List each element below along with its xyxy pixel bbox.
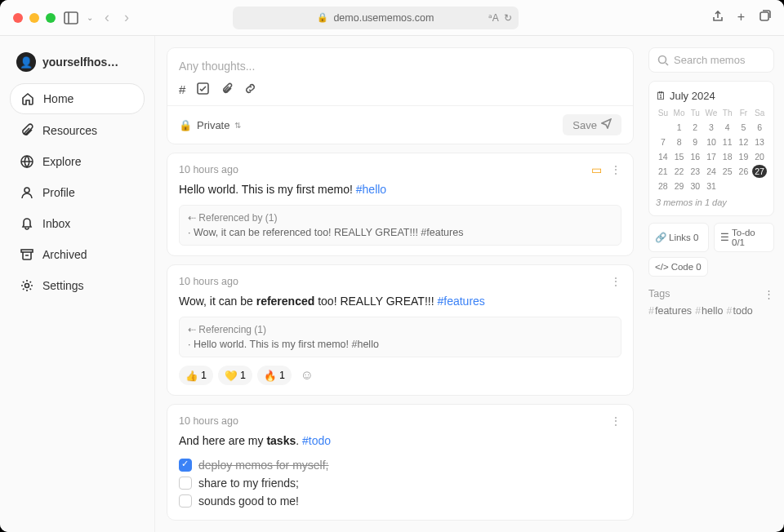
- calendar-day[interactable]: 12: [737, 135, 751, 149]
- task-item[interactable]: sounds good to me!: [179, 492, 621, 510]
- search-input[interactable]: Search memos: [648, 47, 774, 73]
- calendar-day[interactable]: 18: [720, 150, 735, 163]
- calendar-day[interactable]: 19: [737, 150, 751, 163]
- calendar-day[interactable]: 9: [688, 135, 702, 149]
- privacy-selector[interactable]: 🔒 Private ⇅: [179, 119, 241, 131]
- svg-rect-2: [760, 12, 768, 20]
- code-stat[interactable]: </> Code 0: [648, 257, 708, 277]
- nav-item-inbox[interactable]: Inbox: [10, 209, 145, 238]
- tabs-icon[interactable]: [758, 10, 771, 26]
- sidebar-toggle-icon[interactable]: [64, 11, 78, 24]
- memo-card: 10 hours ago⋮Wow, it can be referenced t…: [167, 264, 634, 396]
- add-reaction-button[interactable]: ☺: [296, 366, 318, 385]
- calendar-day[interactable]: 8: [672, 135, 687, 149]
- nav-label: Settings: [42, 279, 84, 292]
- maximize-window-button[interactable]: [46, 13, 56, 23]
- memo-timestamp: 10 hours ago: [179, 276, 238, 287]
- hashtag-icon[interactable]: #: [179, 82, 185, 97]
- memo-body: And here are my tasks. #todo: [179, 432, 621, 450]
- tag-chip[interactable]: # todo: [727, 305, 753, 317]
- todo-stat[interactable]: ☰ To-do 0/1: [714, 223, 774, 252]
- translate-icon[interactable]: ᵃA: [488, 12, 499, 24]
- calendar-day[interactable]: 3: [704, 121, 719, 134]
- tag-chip[interactable]: # hello: [695, 305, 723, 317]
- more-menu-icon[interactable]: ⋮: [610, 275, 621, 288]
- calendar-day: [737, 180, 751, 193]
- calendar-day[interactable]: 21: [656, 165, 670, 178]
- user-profile-link[interactable]: 👤 yourselfhos…: [10, 49, 145, 83]
- calendar-day[interactable]: 31: [704, 180, 719, 193]
- tags-menu-icon[interactable]: ⋮: [764, 288, 774, 300]
- nav-item-archived[interactable]: Archived: [10, 240, 145, 269]
- chevron-down-icon[interactable]: ⌄: [87, 13, 93, 22]
- reaction-chip[interactable]: 👍1: [179, 366, 213, 385]
- calendar-day[interactable]: 11: [720, 135, 735, 149]
- calendar-day[interactable]: 6: [752, 121, 767, 134]
- reference-line[interactable]: · Hello world. This is my first memo! #h…: [188, 339, 612, 350]
- task-item[interactable]: share to my friends;: [179, 474, 621, 492]
- nav-item-explore[interactable]: Explore: [10, 147, 145, 176]
- lock-icon: 🔒: [179, 119, 192, 131]
- attachment-icon[interactable]: [220, 82, 233, 97]
- calendar-day[interactable]: 2: [688, 121, 702, 134]
- address-bar[interactable]: 🔒 demo.usememos.com ᵃA ↻: [233, 7, 519, 29]
- calendar-day: [656, 121, 670, 134]
- more-menu-icon[interactable]: ⋮: [610, 163, 621, 176]
- nav-item-settings[interactable]: Settings: [10, 271, 145, 300]
- calendar-day[interactable]: 24: [704, 165, 719, 178]
- nav-item-profile[interactable]: Profile: [10, 178, 145, 207]
- calendar-day[interactable]: 20: [752, 150, 767, 163]
- reference-line[interactable]: · Wow, it can be referenced too! REALLY …: [188, 227, 612, 238]
- link-icon[interactable]: [244, 82, 256, 97]
- nav-label: Home: [43, 92, 74, 105]
- minimize-window-button[interactable]: [29, 13, 39, 23]
- task-item[interactable]: deploy memos for myself;: [179, 456, 621, 474]
- nav-label: Explore: [42, 155, 81, 168]
- calendar-day: [720, 180, 735, 193]
- calendar-day[interactable]: 30: [688, 180, 702, 193]
- list-icon: ☰: [720, 232, 729, 243]
- calendar-day[interactable]: 27: [752, 165, 767, 178]
- calendar-day[interactable]: 25: [720, 165, 735, 178]
- checkbox[interactable]: [179, 459, 192, 472]
- calendar-day[interactable]: 13: [752, 135, 767, 149]
- reload-icon[interactable]: ↻: [504, 12, 512, 24]
- calendar-day[interactable]: 28: [656, 180, 670, 193]
- composer-input[interactable]: Any thoughts...: [179, 58, 621, 82]
- calendar-day[interactable]: 22: [672, 165, 687, 178]
- memo-timestamp: 10 hours ago: [179, 164, 238, 175]
- new-tab-icon[interactable]: +: [737, 10, 745, 26]
- links-stat[interactable]: 🔗 Links 0: [648, 223, 709, 252]
- checkbox-icon[interactable]: [197, 82, 209, 97]
- calendar-day[interactable]: 26: [737, 165, 751, 178]
- calendar-day[interactable]: 14: [656, 150, 670, 163]
- nav-item-resources[interactable]: Resources: [10, 116, 145, 145]
- nav-item-home[interactable]: Home: [10, 83, 145, 114]
- calendar-day[interactable]: 23: [688, 165, 702, 178]
- close-window-button[interactable]: [13, 13, 23, 23]
- calendar-day[interactable]: 4: [720, 121, 735, 134]
- back-button[interactable]: ‹: [101, 9, 113, 26]
- calendar-day[interactable]: 17: [704, 150, 719, 163]
- calendar-day[interactable]: 15: [672, 150, 687, 163]
- share-icon[interactable]: [711, 10, 724, 26]
- save-button[interactable]: Save: [563, 114, 621, 135]
- checkbox[interactable]: [179, 477, 192, 490]
- bookmark-icon[interactable]: ▭: [591, 163, 602, 176]
- reference-title: ⇠ Referencing (1): [188, 324, 612, 335]
- calendar-day[interactable]: 10: [704, 135, 719, 149]
- more-menu-icon[interactable]: ⋮: [610, 415, 621, 428]
- checkbox[interactable]: [179, 494, 192, 508]
- forward-button[interactable]: ›: [121, 9, 132, 26]
- tag-chip[interactable]: # features: [648, 305, 692, 317]
- calendar-day[interactable]: 7: [656, 135, 670, 149]
- calendar-day[interactable]: 29: [672, 180, 687, 193]
- reaction-chip[interactable]: 💛1: [218, 366, 252, 385]
- reference-box: ⇠ Referencing (1)· Hello world. This is …: [179, 317, 621, 357]
- calendar-day[interactable]: 5: [737, 121, 751, 134]
- svg-point-8: [659, 55, 666, 63]
- privacy-label: Private: [197, 119, 229, 131]
- calendar-day[interactable]: 1: [672, 121, 687, 134]
- reaction-chip[interactable]: 🔥1: [257, 366, 292, 385]
- calendar-day[interactable]: 16: [688, 150, 702, 163]
